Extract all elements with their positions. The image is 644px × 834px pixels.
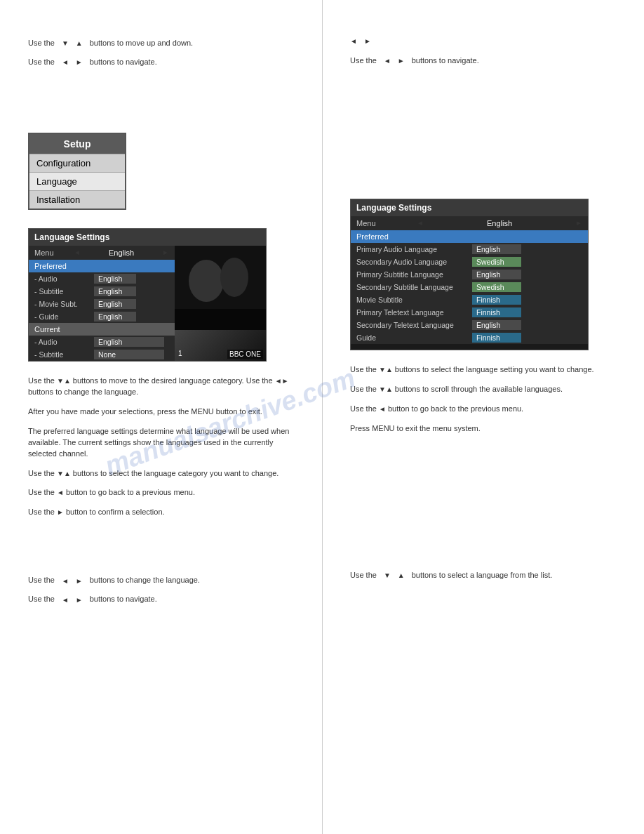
right-top-right-arrow-1: ► [364,37,371,45]
up-arrow-1: ▲ [76,39,83,47]
lang-small-title: Language Settings [29,229,266,246]
bottom-nav-row-2: Use the ◄ ► buttons to navigate. [28,591,301,608]
lang-large-row-2: Primary Subtitle Language English [351,268,588,281]
left-column: Use the ▼ ▲ buttons to move up and down.… [0,0,322,834]
right-body-text-4: Press MENU to exit the menu system. [350,423,623,435]
lang-large-row-3: Secondary Subtitle Language Swedish [351,281,588,293]
lang-large-right-arrow[interactable]: ► [575,219,582,227]
lang-large-menu-label: Menu [356,219,412,227]
right-arrow-top: ► [76,58,83,66]
lang-small-menu-value: English [85,249,158,257]
svg-point-2 [220,258,248,297]
bottom-nav-2-suffix: buttons to navigate. [90,594,157,605]
right-column: ◄ ► Use the ◄ ► buttons to navigate. Lan… [322,0,644,834]
lang-large-left-arrow[interactable]: ◄ [417,219,424,227]
left-body-text-5: Use the ◄ button to go back to a previou… [28,487,301,498]
lang-settings-small: Language Settings Menu ◄ English ► Prefe… [28,228,267,362]
nav-label-4: buttons to navigate. [90,57,157,68]
bottom-nav-1-label: Use the [28,575,55,586]
lang-small-right-arrow[interactable]: ► [162,249,169,256]
lang-large-menu-value: English [428,219,571,227]
lang-large-row-4: Movie Subtitle Finnish [351,293,588,306]
bottom-nav-row-1: Use the ◄ ► buttons to change the langua… [28,572,301,589]
right-top-arrows-2: Use the ◄ ► buttons to navigate. [350,53,623,70]
left-body-text-4: Use the ▼▲ buttons to select the languag… [28,468,301,479]
right-bottom-suffix: buttons to select a language from the li… [412,570,553,581]
lang-large-row-7: Guide Finnish [351,331,588,344]
lang-large-title: Language Settings [351,199,588,216]
setup-menu-item-installation[interactable]: Installation [29,190,125,208]
left-body-text-6: Use the ► button to confirm a selection. [28,507,301,518]
lang-large-row-5: Primary Teletext Language Finnish [351,306,588,319]
top-nav-arrows-left: Use the ▼ ▲ buttons to move up and down. [28,35,301,52]
right-top-left-arrow-1: ◄ [350,37,357,45]
right-bottom-nav: Use the ▼ ▲ buttons to select a language… [350,567,623,584]
right-bottom-label: Use the [350,570,377,581]
down-arrow-1: ▼ [62,39,69,47]
left-body-text-1: Use the ▼▲ buttons to move to the desire… [28,376,301,398]
lang-large-menu-row: Menu ◄ English ► [351,216,588,230]
nav-label-2: buttons to move up and down. [90,38,193,49]
right-left-arrow-2: ◄ [384,57,391,65]
bottom-nav-1-suffix: buttons to change the language. [90,575,200,586]
lang-small-row-3: - Guide English [29,310,175,323]
lang-small-row-0: - Audio English [29,272,175,285]
svg-rect-3 [175,309,266,330]
right-body-text-3: Use the ◄ button to go back to the previ… [350,404,623,415]
lang-small-current-row-0: - Audio English [29,336,175,348]
bottom-right-arrow-1: ► [76,577,83,585]
bottom-left-arrow-2: ◄ [62,596,69,604]
bottom-left-arrow-1: ◄ [62,577,69,585]
lang-small-menu-row: Menu ◄ English ► [29,246,175,260]
lang-small-preferred-header: Preferred [29,260,175,272]
thumb-image: 1 BBC ONE [175,246,266,361]
svg-point-1 [189,260,224,302]
lang-small-left-arrow[interactable]: ◄ [74,249,81,256]
left-body-text-2: After you have made your selections, pre… [28,406,301,418]
lang-small-row-2: - Movie Subt. English [29,298,175,310]
left-arrow-top: ◄ [62,58,69,66]
lang-settings-large: Language Settings Menu ◄ English ► Prefe… [350,199,589,350]
lang-small-thumbnail: 1 BBC ONE [175,246,266,361]
lang-large-preferred-header: Preferred [351,230,588,243]
right-bottom-down: ▼ [384,571,391,579]
right-body-text-2: Use the ▼▲ buttons to scroll through the… [350,384,623,395]
lang-large-row-0: Primary Audio Language English [351,243,588,256]
right-right-arrow-2: ► [398,57,405,65]
left-right-arrows-top: Use the ◄ ► buttons to navigate. [28,54,301,71]
nav-label-1: Use the [28,38,55,49]
bottom-right-arrow-2: ► [76,596,83,604]
lang-small-current-header: Current [29,323,175,336]
right-nav-label: Use the [350,55,377,67]
lang-large-row-6: Secondary Teletext Language English [351,319,588,331]
setup-menu-item-configuration[interactable]: Configuration [29,154,125,172]
right-top-arrows: ◄ ► [350,35,623,47]
lang-small-current-row-1: - Subtitle None [29,348,175,361]
setup-menu: Setup Configuration Language Installatio… [28,133,126,210]
setup-menu-item-language[interactable]: Language [29,172,125,190]
bottom-nav-2-label: Use the [28,594,55,605]
lang-small-row-1: - Subtitle English [29,285,175,298]
left-body-text-3: The preferred language settings determin… [28,426,301,460]
thumb-number: 1 [178,350,182,357]
thumb-svg [175,246,266,330]
nav-label-3: Use the [28,57,55,68]
setup-menu-title: Setup [29,134,125,154]
right-body-text-1: Use the ▼▲ buttons to select the languag… [350,364,623,376]
thumb-channel: BBC ONE [227,350,263,359]
lang-small-menu-label: Menu [34,249,69,257]
right-bottom-up: ▲ [398,571,405,579]
right-nav-suffix: buttons to navigate. [412,55,479,67]
lang-large-row-1: Secondary Audio Language Swedish [351,256,588,268]
